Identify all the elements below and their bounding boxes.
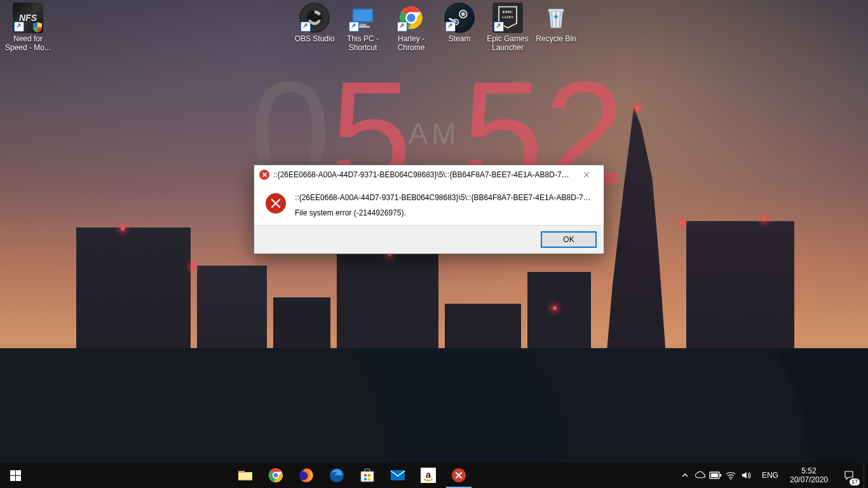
error-dialog: ✕ ::{26EE0668-A00A-44D7-9371-BEB064C9868… [254,165,604,254]
close-button[interactable] [572,165,601,184]
steam-icon [444,3,475,33]
dialog-body: ::{26EE0668-A00A-44D7-9371-BEB064C98683}… [254,184,604,225]
wallpaper-light [680,220,684,224]
desktop-icon-label: OBS Studio [290,34,339,43]
shortcut-badge-icon [397,22,407,32]
svg-rect-3 [353,10,372,21]
taskbar: a ENG 5:52 20/07/2020 17 [0,463,868,488]
desktop-icon-harley-chrome[interactable]: Harley - Chrome [387,3,435,52]
svg-rect-35 [720,474,721,477]
svg-rect-28 [368,474,370,477]
desktop-icon-steam[interactable]: Steam [435,3,484,43]
tray-overflow-button[interactable] [678,463,692,488]
svg-rect-26 [361,471,374,482]
wallpaper-light [191,265,194,269]
tray-volume[interactable] [739,463,753,488]
desktop-icon-epic[interactable]: EPICGAMES Epic Games Launcher [484,3,532,52]
svg-rect-27 [364,474,367,477]
battery-icon [709,471,722,480]
taskbar-item-amazon[interactable]: a [413,463,444,488]
start-button[interactable] [0,463,31,488]
tray-battery[interactable] [709,463,722,488]
tray-language[interactable]: ENG [757,463,783,488]
taskbar-item-error-window[interactable] [444,463,474,488]
action-center-button[interactable]: 17 [834,463,864,488]
microsoft-store-icon [360,468,375,483]
shortcut-badge-icon [301,22,311,32]
shortcut-badge-icon [445,22,456,32]
svg-text:EPIC: EPIC [503,10,513,15]
cloud-icon [695,470,706,481]
system-tray [674,463,757,488]
svg-point-11 [461,12,465,16]
taskbar-item-microsoft-store[interactable] [352,463,383,488]
ok-button[interactable]: OK [541,232,596,247]
notification-count-badge: 17 [850,478,860,485]
taskbar-item-file-explorer[interactable] [230,463,261,488]
taskbar-pins: a [230,463,474,488]
tray-language-label: ENG [762,471,778,480]
chrome-icon [268,467,284,484]
shortcut-badge-icon [14,22,24,32]
chevron-up-icon [682,472,688,478]
desktop-icon-nfs[interactable]: NFS Need for Speed - Mo... [4,3,52,52]
dialog-footer: OK [254,225,604,254]
desktop-icon-this-pc[interactable]: This PC - Shortcut [339,3,387,52]
wallpaper-light [763,217,766,221]
svg-rect-19 [16,476,21,481]
wallpaper-light [121,227,125,231]
svg-text:GAMES: GAMES [502,15,513,19]
svg-rect-17 [16,470,21,475]
show-desktop-button[interactable] [864,463,868,488]
desktop-icon-recycle-bin[interactable]: Recycle Bin [532,3,580,43]
svg-rect-4 [360,24,367,26]
svg-text:a: a [426,469,431,480]
dialog-message: ::{26EE0668-A00A-44D7-9371-BEB064C98683}… [295,193,592,217]
svg-point-37 [730,478,731,480]
nfs-icon: NFS [13,3,43,33]
dialog-titlebar[interactable]: ✕ ::{26EE0668-A00A-44D7-9371-BEB064C9868… [254,165,604,184]
tray-time: 5:52 [801,466,816,475]
amazon-icon: a [421,468,436,483]
error-icon [266,193,286,214]
wifi-icon [725,470,736,481]
desktop-icon-label: Recycle Bin [532,34,580,43]
windows-icon [10,470,21,481]
wallpaper-foliage [0,348,868,463]
svg-rect-16 [10,470,15,475]
this-pc-icon [348,3,378,33]
mail-icon [390,467,406,484]
taskbar-spacer-left [31,463,230,488]
dialog-path-text: ::{26EE0668-A00A-44D7-9371-BEB064C98683}… [295,193,592,202]
taskbar-item-firefox[interactable] [291,463,322,488]
svg-rect-20 [238,471,245,473]
tray-wifi[interactable] [724,463,738,488]
wallpaper-light [635,106,639,110]
tray-date: 20/07/2020 [790,475,828,484]
desktop-icon-label: Steam [435,34,484,43]
svg-rect-31 [391,470,405,480]
shortcut-badge-icon [349,22,359,32]
svg-rect-15 [548,9,564,11]
tray-onedrive[interactable] [693,463,707,488]
epic-games-icon: EPICGAMES [492,3,523,33]
desktop-icon-obs[interactable]: OBS Studio [290,3,339,43]
recycle-bin-icon [541,3,571,33]
taskbar-item-mail[interactable] [383,463,413,488]
dialog-title: ::{26EE0668-A00A-44D7-9371-BEB064C98683}… [273,170,572,179]
chrome-icon [396,3,426,33]
desktop-icon-label: Need for Speed - Mo... [4,34,52,52]
error-window-icon [452,468,466,482]
taskbar-item-chrome[interactable] [261,463,291,488]
obs-icon [299,3,330,33]
file-explorer-icon [237,467,254,484]
error-icon: ✕ [259,170,269,180]
desktop-icon-label: This PC - Shortcut [339,34,387,52]
taskbar-item-edge[interactable] [322,463,352,488]
volume-icon [740,470,752,481]
firefox-icon [298,467,315,484]
desktop-icon-label: Harley - Chrome [387,34,435,52]
tray-clock[interactable]: 5:52 20/07/2020 [783,463,834,488]
dialog-error-text: File system error (-2144926975). [295,208,592,217]
edge-icon [329,467,345,484]
